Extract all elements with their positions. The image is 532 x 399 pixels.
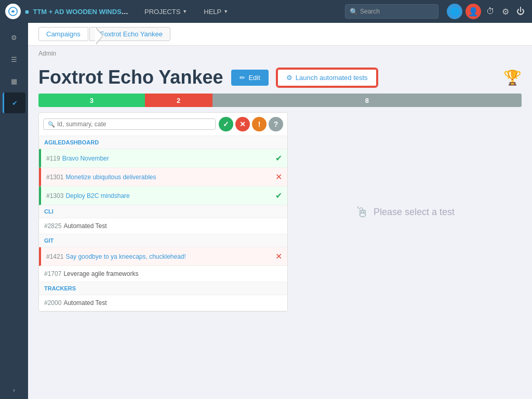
app-logo[interactable] <box>5 4 21 19</box>
test-item[interactable]: #1421 Say goodbye to ya kneecaps, chuckl… <box>39 247 287 266</box>
campaign-title: Foxtrot Echo Yankee <box>38 66 223 88</box>
test-item-id: #1303 <box>46 192 63 200</box>
filter-buttons: ✓ ✕ ! ? <box>219 117 283 131</box>
grid-icon: ▦ <box>11 77 17 85</box>
settings-icon: ⚙ <box>11 34 17 42</box>
filter-fail-btn[interactable]: ✕ <box>235 117 250 131</box>
trophy-icon: 🏆 <box>503 69 522 86</box>
test-item-name: Automated Test <box>63 222 282 230</box>
list-icon: ☰ <box>11 56 17 63</box>
breadcrumb-campaigns[interactable]: Campaigns <box>38 27 88 41</box>
globe-icon: 🌐 <box>450 7 459 16</box>
test-item[interactable]: #2825 Automated Test <box>39 218 287 234</box>
status-check-icon: ✔ <box>275 153 282 163</box>
test-item[interactable]: #1707 Leverage agile frameworks <box>39 266 287 282</box>
left-sidebar: ⚙ ☰ ▦ ✔ › <box>0 23 28 312</box>
user-avatar[interactable]: 👤 <box>466 4 481 19</box>
sidebar-item-list[interactable]: ☰ <box>3 49 25 70</box>
projects-menu[interactable]: PROJECTS ▼ <box>138 0 193 23</box>
sidebar-item-grid[interactable]: ▦ <box>3 71 25 91</box>
test-item-id: #1707 <box>44 270 61 277</box>
test-item-name: Deploy B2C mindshare <box>65 192 275 200</box>
test-list-content: AGILEDASHBOARD #119 Bravo November ✔ #13… <box>39 136 287 311</box>
progress-green: 3 <box>38 94 145 107</box>
test-list-header: 🔍 ✓ ✕ ! ? <box>39 113 287 136</box>
gear-icon[interactable]: ⚙ <box>500 7 511 17</box>
help-caret: ▼ <box>223 9 228 14</box>
test-item-id: #1301 <box>46 174 63 181</box>
test-item-name: Leverage agile frameworks <box>63 270 282 277</box>
test-list-panel: 🔍 ✓ ✕ ! ? AGILEDASHBOARD #119 Bravo Nove… <box>38 112 288 312</box>
test-item-name: Automated Test <box>63 299 282 307</box>
help-menu[interactable]: HELP ▼ <box>197 0 234 23</box>
nav-icons: 🌐 👤 ⏱ ⚙ ⏻ <box>447 4 527 19</box>
progress-red: 2 <box>145 94 212 107</box>
campaign-header: Foxtrot Echo Yankee ✏ Edit ⚙ Launch auto… <box>28 61 532 88</box>
test-item[interactable]: #119 Bravo November ✔ <box>39 149 287 168</box>
test-item-name: Say goodbye to ya kneecaps, chucklehead! <box>65 253 275 260</box>
test-item[interactable]: #1303 Deploy B2C mindshare ✔ <box>39 187 287 205</box>
status-x-icon: ✕ <box>275 172 282 182</box>
status-x-icon: ✕ <box>275 251 282 261</box>
breadcrumb: Campaigns Foxtrot Echo Yankee <box>28 23 532 46</box>
test-item-id: #2825 <box>44 222 61 230</box>
avatar-icon: 👤 <box>468 7 478 17</box>
filter-error-btn[interactable]: ! <box>252 117 267 131</box>
main-content: Campaigns Foxtrot Echo Yankee Admin Foxt… <box>28 23 532 312</box>
group-trackers: TRACKERS <box>39 282 287 295</box>
gear-launch-icon: ⚙ <box>286 74 292 82</box>
filter-pass-btn[interactable]: ✓ <box>219 117 233 131</box>
projects-caret: ▼ <box>182 9 187 14</box>
power-icon[interactable]: ⏻ <box>514 7 527 16</box>
test-item-name: Monetize ubiquitous deliverables <box>65 174 275 181</box>
group-agiledashboard: AGILEDASHBOARD <box>39 136 287 149</box>
admin-label: Admin <box>28 46 532 61</box>
check-icon: ✔ <box>12 99 18 107</box>
history-icon[interactable]: ⏱ <box>484 7 497 16</box>
status-check-icon: ✔ <box>275 191 282 201</box>
search-small-icon: 🔍 <box>48 121 55 128</box>
pencil-icon: ✏ <box>240 74 245 82</box>
sidebar-item-settings[interactable]: ⚙ <box>3 27 25 48</box>
test-item[interactable]: #1301 Monetize ubiquitous deliverables ✕ <box>39 168 287 187</box>
two-panel-layout: 🔍 ✓ ✕ ! ? AGILEDASHBOARD #119 Bravo Nove… <box>28 112 532 312</box>
search-icon: 🔍 <box>350 8 358 16</box>
search-input[interactable] <box>360 8 433 15</box>
globe-icon-btn[interactable]: 🌐 <box>447 4 462 19</box>
test-search-input[interactable] <box>57 121 211 128</box>
right-panel: 🖱 Please select a test <box>288 112 522 312</box>
brand-name: ■ TTM + AD WOODEN WINDSHI... <box>25 8 129 16</box>
filter-unknown-btn[interactable]: ? <box>269 117 283 131</box>
cursor-icon: 🖱 <box>355 204 369 221</box>
search-box[interactable]: 🔍 <box>345 4 438 19</box>
test-item[interactable]: #2000 Automated Test <box>39 295 287 311</box>
progress-bar: 3 2 8 <box>38 94 522 107</box>
progress-gray: 8 <box>212 94 522 107</box>
test-item-id: #1421 <box>46 253 63 260</box>
group-cli: CLI <box>39 205 287 218</box>
breadcrumb-arrow <box>88 28 95 44</box>
test-search-box[interactable]: 🔍 <box>43 118 216 130</box>
launch-tests-button[interactable]: ⚙ Launch automated tests <box>277 69 377 87</box>
test-item-id: #119 <box>46 155 60 162</box>
test-item-name: Bravo November <box>62 155 275 162</box>
group-git: GIT <box>39 234 287 247</box>
sidebar-item-check[interactable]: ✔ <box>3 92 25 113</box>
test-item-id: #2000 <box>44 299 61 307</box>
top-navigation: ■ TTM + AD WOODEN WINDSHI... PROJECTS ▼ … <box>0 0 532 23</box>
select-test-message: 🖱 Please select a test <box>355 204 455 221</box>
edit-button[interactable]: ✏ Edit <box>231 70 268 86</box>
